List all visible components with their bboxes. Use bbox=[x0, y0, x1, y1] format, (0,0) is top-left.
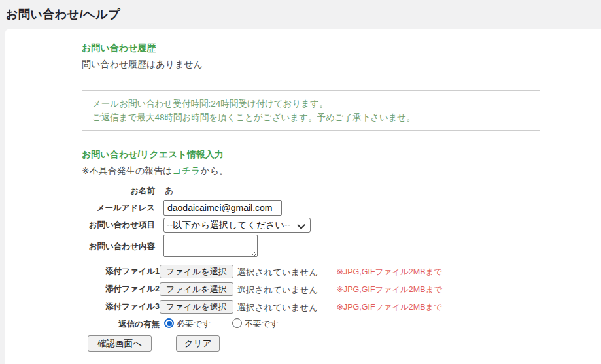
actions-row: 確認画面へ クリア bbox=[82, 331, 442, 352]
email-input[interactable] bbox=[163, 200, 282, 216]
chevron-down-icon bbox=[297, 221, 305, 229]
reply-row: 返信の有無 必要です 不要です bbox=[82, 316, 442, 331]
bug-report-prefix: ※不具合発生の報告は bbox=[82, 165, 172, 176]
message-row: お問い合わせ内容 bbox=[82, 235, 442, 263]
attachment-2-note: ※JPG,GIFファイル2MBまで bbox=[337, 284, 443, 295]
attachment-3-choose-file-button[interactable]: ファイルを選択 bbox=[160, 300, 233, 314]
attachment-1-choose-file-button[interactable]: ファイルを選択 bbox=[160, 265, 233, 278]
message-label: お問い合わせ内容 bbox=[82, 235, 160, 263]
notice-line-2: ご返信まで最大48時間お時間を頂くことがございます。予めご了承下さいませ。 bbox=[92, 110, 530, 124]
radio-dot bbox=[167, 321, 172, 326]
attachment-2-label: 添付ファイル2 bbox=[82, 280, 160, 298]
inquiry-history-heading: お問い合わせ履歴 bbox=[82, 42, 588, 54]
reply-option-not-required[interactable]: 不要です bbox=[232, 318, 279, 330]
name-value: あ bbox=[163, 186, 173, 195]
name-label: お名前 bbox=[82, 185, 160, 200]
page-title: お問い合わせ/ヘルプ bbox=[0, 0, 601, 22]
confirm-button[interactable]: 確認画面へ bbox=[88, 335, 152, 352]
reply-not-required-label: 不要です bbox=[245, 319, 279, 329]
reply-option-required[interactable]: 必要です bbox=[164, 318, 230, 330]
attachment-1-note: ※JPG,GIFファイル2MBまで bbox=[337, 267, 443, 278]
radio-unchecked-icon[interactable] bbox=[232, 318, 242, 328]
bug-report-suffix: から。 bbox=[200, 165, 228, 176]
inquiry-form: お名前 あ メールアドレス お問い合わせ項目 --以下から選択してください-- … bbox=[82, 185, 442, 352]
clear-button[interactable]: クリア bbox=[176, 335, 220, 352]
attachment-3-note: ※JPG,GIFファイル2MBまで bbox=[337, 302, 443, 313]
bug-report-line: ※不具合発生の報告はコチラから。 bbox=[82, 165, 588, 177]
bug-report-link[interactable]: コチラ bbox=[172, 165, 200, 176]
attachment-2-choose-file-button[interactable]: ファイルを選択 bbox=[160, 282, 233, 296]
inquiry-history-section: お問い合わせ履歴 問い合わせ履歴はありません bbox=[82, 42, 588, 71]
attachment-2-status: 選択されていません bbox=[237, 284, 337, 296]
attachment-row-2: 添付ファイル2 ファイルを選択選択されていません※JPG,GIFファイル2MBま… bbox=[82, 280, 442, 298]
category-select[interactable]: --以下から選択してください-- bbox=[163, 218, 311, 233]
reception-hours-notice: メールお問い合わせ受付時間:24時間受け付けております。 ご返信まで最大48時間… bbox=[82, 90, 540, 131]
attachment-row-1: 添付ファイル1 ファイルを選択選択されていません※JPG,GIFファイル2MBま… bbox=[82, 263, 442, 280]
attachment-3-label: 添付ファイル3 bbox=[82, 298, 160, 316]
message-textarea[interactable] bbox=[163, 235, 258, 257]
notice-line-1: メールお問い合わせ受付時間:24時間受け付けております。 bbox=[92, 97, 530, 110]
inquiry-history-empty-message: 問い合わせ履歴はありません bbox=[82, 59, 588, 71]
reply-label: 返信の有無 bbox=[82, 316, 160, 331]
category-row: お問い合わせ項目 --以下から選択してください-- bbox=[82, 218, 442, 235]
attachment-1-status: 選択されていません bbox=[237, 267, 337, 278]
attachment-1-label: 添付ファイル1 bbox=[82, 263, 160, 280]
radio-checked-icon[interactable] bbox=[164, 318, 174, 328]
attachment-3-status: 選択されていません bbox=[237, 302, 337, 314]
inquiry-form-heading: お問い合わせ/リクエスト情報入力 bbox=[82, 149, 588, 161]
content-card: お問い合わせ履歴 問い合わせ履歴はありません メールお問い合わせ受付時間:24時… bbox=[5, 29, 601, 364]
attachment-row-3: 添付ファイル3 ファイルを選択選択されていません※JPG,GIFファイル2MBま… bbox=[82, 298, 442, 316]
email-row: メールアドレス bbox=[82, 200, 442, 218]
category-label: お問い合わせ項目 bbox=[82, 218, 160, 235]
name-row: お名前 あ bbox=[82, 185, 442, 200]
category-selected-option: --以下から選択してください-- bbox=[167, 220, 290, 231]
page-header: お問い合わせ/ヘルプ bbox=[0, 0, 601, 29]
reply-required-label: 必要です bbox=[177, 319, 211, 329]
email-label: メールアドレス bbox=[82, 200, 160, 218]
